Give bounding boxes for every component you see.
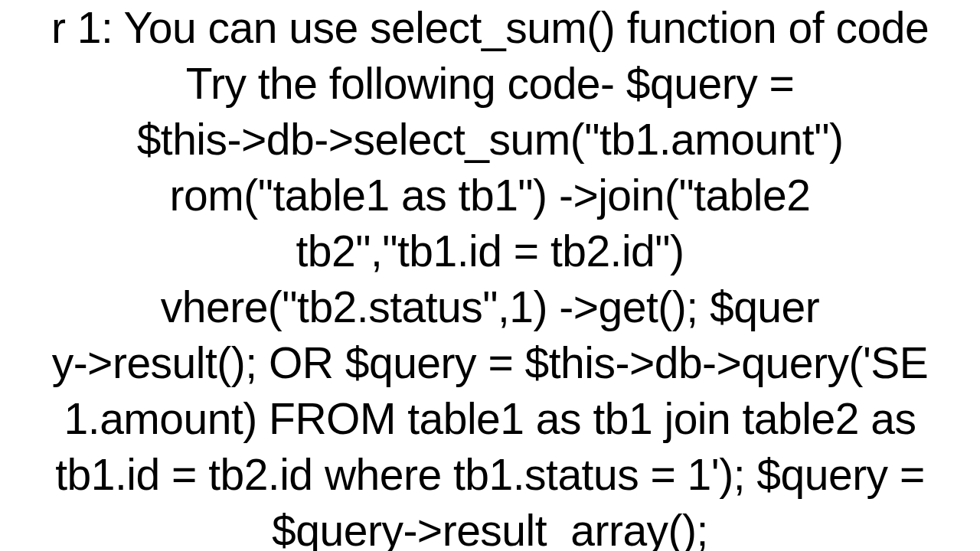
code-text-block: r 1: You can use select_sum() function o… bbox=[0, 0, 980, 551]
text-line-3: $this->db->select_sum("tb1.amount") bbox=[0, 112, 980, 168]
text-line-10: $query->result_array(); bbox=[0, 503, 980, 551]
text-line-4: rom("table1 as tb1") ->join("table2 bbox=[0, 168, 980, 223]
text-line-8: 1.amount) FROM table1 as tb1 join table2… bbox=[0, 391, 980, 447]
text-line-5: tb2","tb1.id = tb2.id") bbox=[0, 223, 980, 279]
text-line-6: vhere("tb2.status",1) ->get(); $quer bbox=[0, 279, 980, 335]
text-line-2: Try the following code- $query = bbox=[0, 56, 980, 112]
text-line-7: y->result(); OR $query = $this->db->quer… bbox=[0, 335, 980, 391]
text-line-9: tb1.id = tb2.id where tb1.status = 1'); … bbox=[0, 447, 980, 503]
text-line-1: r 1: You can use select_sum() function o… bbox=[0, 0, 980, 56]
